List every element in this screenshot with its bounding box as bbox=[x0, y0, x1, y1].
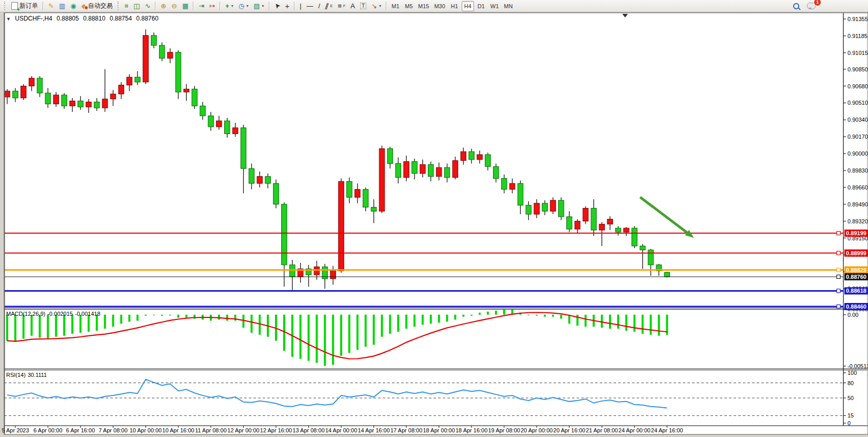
toolbar: + 新订单 ✎ ▥ ◉ ◆ 自动交易 ≡ ◫ ∿ ⊕ ⊖ ▦ ⇥ ↦ +▾ ◷▾… bbox=[0, 0, 868, 12]
new-chart-button[interactable]: ▥ bbox=[57, 1, 67, 11]
text-icon: A bbox=[350, 3, 355, 9]
toolbar-grip bbox=[4, 2, 7, 10]
price-label-0.88829: 0.88829 bbox=[844, 267, 868, 274]
vertical-line-tool-button[interactable]: | bbox=[298, 1, 303, 11]
signal-button[interactable]: ◉ bbox=[68, 1, 78, 11]
timeframe-h1-button[interactable]: H1 bbox=[448, 1, 461, 11]
fibonacci-tool-button[interactable]: ≡F bbox=[336, 1, 347, 11]
rsi-indicator-label: RSI(14)30.1111 bbox=[6, 372, 49, 378]
auto-trading-button[interactable]: ◆ 自动交易 bbox=[80, 1, 115, 11]
pencil-icon: ✎ bbox=[48, 3, 54, 9]
cursor-tool-button[interactable]: ➤ bbox=[272, 1, 282, 11]
timeframe-mn-button[interactable]: MN bbox=[502, 1, 515, 11]
symbol-name: USDCHF-,H4 bbox=[15, 15, 52, 22]
timeframe-m30-button[interactable]: M30 bbox=[432, 1, 447, 11]
zoom-out-icon: ⊖ bbox=[171, 3, 177, 9]
candlestick-chart-icon: ◫ bbox=[133, 3, 140, 9]
macd-indicator-label: MACD(12,26,9)-0.002015-0.001418 bbox=[6, 311, 103, 317]
text-label-tool-button[interactable]: T bbox=[358, 1, 368, 11]
toolbar-separator bbox=[294, 2, 295, 10]
toolbar-separator bbox=[43, 2, 44, 10]
svg-text:-0.00513: -0.00513 bbox=[847, 363, 868, 369]
zoom-out-button[interactable]: ⊖ bbox=[169, 1, 179, 11]
auto-scroll-button[interactable]: ⇥ bbox=[196, 1, 206, 11]
svg-text:15: 15 bbox=[847, 412, 854, 419]
search-button[interactable] bbox=[791, 1, 801, 11]
periods-clock-icon: ◷ bbox=[239, 3, 244, 9]
toolbar-separator bbox=[193, 2, 194, 10]
hline-handle[interactable] bbox=[837, 251, 840, 255]
arrows-tool-button[interactable]: ↘▾ bbox=[369, 1, 383, 11]
toolbar-separator bbox=[269, 2, 270, 10]
indicators-button[interactable]: +▾ bbox=[223, 1, 235, 11]
tile-windows-button[interactable]: ▦ bbox=[180, 1, 190, 11]
chart-shift-icon: ↦ bbox=[209, 3, 215, 9]
toolbar-separator bbox=[220, 2, 221, 10]
notification-badge: 1 bbox=[814, 0, 821, 6]
timeframe-d1-button[interactable]: D1 bbox=[475, 1, 487, 11]
svg-text:13 Apr 08:00: 13 Apr 08:00 bbox=[292, 427, 324, 433]
new-order-button[interactable]: + 新订单 bbox=[9, 1, 40, 11]
tile-windows-icon: ▦ bbox=[182, 3, 188, 9]
svg-text:17 Apr 08:00: 17 Apr 08:00 bbox=[390, 427, 422, 433]
svg-text:0.91015: 0.91015 bbox=[847, 50, 868, 56]
chart-window[interactable]: 0.913550.911850.910150.908500.906800.905… bbox=[0, 0, 868, 437]
svg-text:0.88829: 0.88829 bbox=[846, 267, 866, 273]
line-chart-type-button[interactable]: ∿ bbox=[143, 1, 152, 11]
horizontal-line-tool-button[interactable]: — bbox=[305, 1, 315, 11]
bar-chart-type-button[interactable]: ≡ bbox=[123, 1, 131, 11]
hline-handle[interactable] bbox=[837, 289, 840, 293]
chevron-down-icon: ▾ bbox=[246, 4, 248, 8]
ohlc-close: 0.88760 bbox=[136, 15, 158, 22]
collapse-triangle-icon[interactable]: ▼ bbox=[6, 16, 11, 22]
timeframe-w1-button[interactable]: W1 bbox=[488, 1, 501, 11]
svg-text:24 Apr 00:00: 24 Apr 00:00 bbox=[619, 427, 650, 433]
svg-text:0.90340: 0.90340 bbox=[847, 117, 868, 123]
svg-text:50: 50 bbox=[847, 395, 854, 401]
equidistant-channel-icon: ∥ bbox=[324, 2, 330, 9]
chart-symbol-header[interactable]: ▼ USDCHF-,H4 0.88805 0.88810 0.88754 0.8… bbox=[6, 15, 161, 22]
chart-shift-button[interactable]: ↦ bbox=[207, 1, 217, 11]
svg-text:5 Apr 2023: 5 Apr 2023 bbox=[2, 427, 29, 433]
pencil-button[interactable]: ✎ bbox=[46, 1, 56, 11]
svg-text:0.91355: 0.91355 bbox=[847, 16, 868, 22]
zoom-in-button[interactable]: ⊕ bbox=[159, 1, 168, 11]
candlestick-type-button[interactable]: ◫ bbox=[131, 1, 142, 11]
hline-handle[interactable] bbox=[837, 275, 840, 278]
hline-handle[interactable] bbox=[837, 305, 840, 309]
date-axis[interactable]: 5 Apr 20236 Apr 00:006 Apr 16:007 Apr 08… bbox=[2, 426, 683, 433]
timeframe-h4-button[interactable]: H4 bbox=[462, 1, 474, 11]
svg-text:7 Apr 08:00: 7 Apr 08:00 bbox=[98, 427, 127, 433]
svg-text:0.90510: 0.90510 bbox=[847, 100, 868, 106]
fibonacci-icon: ≡ bbox=[338, 3, 342, 9]
templates-button[interactable]: ▨▾ bbox=[251, 1, 266, 11]
signal-icon: ◉ bbox=[70, 3, 76, 9]
periods-button[interactable]: ◷▾ bbox=[236, 1, 250, 11]
mt4-application: + 新订单 ✎ ▥ ◉ ◆ 自动交易 ≡ ◫ ∿ ⊕ ⊖ ▦ ⇥ ↦ +▾ ◷▾… bbox=[0, 0, 868, 437]
svg-text:20 Apr 16:00: 20 Apr 16:00 bbox=[554, 427, 585, 433]
svg-text:12 Apr 16:00: 12 Apr 16:00 bbox=[260, 427, 292, 433]
timeframe-m15-button[interactable]: M15 bbox=[416, 1, 431, 11]
svg-text:18 Apr 16:00: 18 Apr 16:00 bbox=[456, 427, 487, 433]
svg-text:0.90170: 0.90170 bbox=[847, 134, 868, 140]
text-label-icon: T bbox=[360, 3, 366, 9]
hline-handle[interactable] bbox=[837, 232, 840, 235]
chat-button[interactable]: 1 bbox=[805, 1, 818, 11]
chevron-down-icon: ▾ bbox=[379, 4, 381, 8]
price-label-0.89199: 0.89199 bbox=[844, 230, 868, 237]
vertical-line-icon: | bbox=[300, 3, 301, 9]
price-label-0.88460: 0.88460 bbox=[844, 303, 868, 310]
svg-text:6 Apr 16:00: 6 Apr 16:00 bbox=[66, 427, 95, 433]
svg-text:12 Apr 00:00: 12 Apr 00:00 bbox=[227, 427, 259, 433]
auto-trading-label: 自动交易 bbox=[88, 2, 113, 10]
price-label-0.88760: 0.88760 bbox=[844, 273, 868, 280]
trendline-tool-button[interactable]: / bbox=[317, 1, 323, 11]
timeframe-m1-button[interactable]: M1 bbox=[389, 1, 402, 11]
hline-handle[interactable] bbox=[837, 268, 840, 272]
crosshair-tool-button[interactable]: + bbox=[283, 1, 291, 11]
text-tool-button[interactable]: A bbox=[348, 1, 357, 11]
channel-tool-button[interactable]: ∥E bbox=[323, 1, 334, 11]
svg-text:20 Apr 00:00: 20 Apr 00:00 bbox=[521, 427, 553, 433]
chevron-down-icon: ▾ bbox=[231, 4, 233, 8]
timeframe-m5-button[interactable]: M5 bbox=[403, 1, 415, 11]
